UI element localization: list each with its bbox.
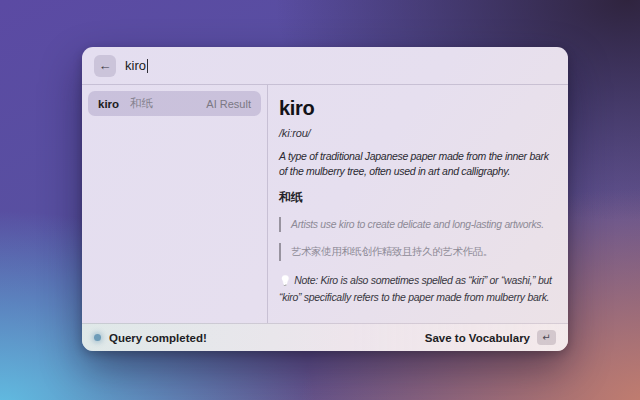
- back-arrow-icon: ←: [99, 59, 112, 72]
- save-to-vocabulary-button[interactable]: Save to Vocabulary ↵: [425, 330, 556, 345]
- lightbulb-icon: 💡: [279, 275, 291, 286]
- usage-note-text: Note: Kiro is also sometimes spelled as …: [279, 274, 552, 303]
- pronunciation: /kiːrou/: [279, 127, 560, 139]
- example-sentence-chinese: 艺术家使用和纸创作精致且持久的艺术作品。: [279, 243, 560, 261]
- headword: kiro: [279, 97, 560, 120]
- ai-result-badge: AI Result: [206, 98, 251, 110]
- definition-panel: kiro /kiːrou/ A type of traditional Japa…: [268, 85, 568, 323]
- text-cursor: [147, 59, 149, 73]
- results-sidebar: kiro 和纸 AI Result: [82, 85, 267, 323]
- search-bar: ← kiro: [82, 47, 568, 84]
- translation-heading: 和纸: [279, 189, 560, 206]
- definition-text: A type of traditional Japanese paper mad…: [279, 149, 559, 179]
- search-input[interactable]: kiro: [125, 58, 148, 73]
- window-body: kiro 和纸 AI Result kiro /kiːrou/ A type o…: [82, 85, 568, 323]
- enter-key-icon: ↵: [537, 330, 556, 345]
- back-button[interactable]: ←: [94, 55, 116, 77]
- result-list-item[interactable]: kiro 和纸 AI Result: [88, 91, 261, 116]
- desktop-background: ← kiro kiro 和纸 AI Result kiro /kiːrou/ A…: [0, 0, 640, 400]
- result-item-word: kiro: [98, 98, 119, 110]
- result-item-translation: 和纸: [130, 96, 153, 111]
- example-sentence-english: Artists use kiro to create delicate and …: [279, 217, 560, 232]
- save-to-vocabulary-label: Save to Vocabulary: [425, 332, 530, 344]
- search-query-text: kiro: [125, 58, 146, 73]
- usage-note: 💡Note: Kiro is also sometimes spelled as…: [279, 272, 560, 305]
- dictionary-window: ← kiro kiro 和纸 AI Result kiro /kiːrou/ A…: [82, 47, 568, 351]
- status-dot-icon: [94, 334, 101, 341]
- status-text: Query completed!: [109, 332, 207, 344]
- status-bar: Query completed! Save to Vocabulary ↵: [82, 323, 568, 351]
